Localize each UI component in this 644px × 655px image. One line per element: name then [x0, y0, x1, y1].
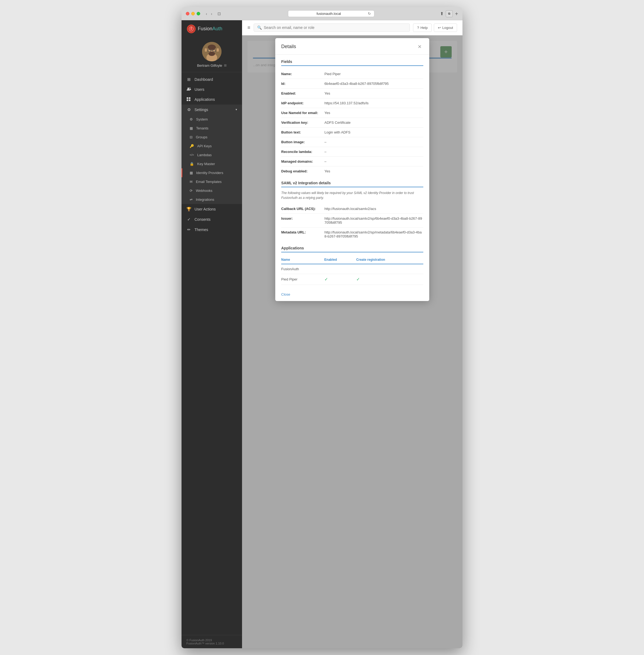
lambdas-icon: </> — [190, 153, 194, 156]
forward-button[interactable]: › — [210, 11, 214, 17]
field-label: IdP endpoint: — [281, 98, 324, 108]
minimize-window-button[interactable] — [191, 12, 195, 16]
field-row-debug: Debug enabled: Yes — [281, 166, 423, 176]
modal-body[interactable]: Fields Name: Pied Piper Id: — [275, 54, 429, 289]
app-row-fusionauth: FusionAuth — [281, 264, 423, 274]
svg-rect-6 — [205, 48, 207, 52]
sidebar-item-integrations[interactable]: ⇌ Integrations — [182, 195, 242, 204]
help-button[interactable]: ? Help — [413, 23, 432, 32]
new-tab-button[interactable]: + — [455, 11, 458, 17]
edit-profile-icon[interactable]: ⊞ — [224, 64, 227, 67]
fields-section: Fields Name: Pied Piper Id: — [275, 54, 429, 176]
svg-rect-7 — [217, 48, 219, 52]
field-value: ADFS Certificate — [324, 117, 423, 127]
svg-point-2 — [191, 27, 192, 28]
consents-icon: ✓ — [186, 217, 191, 222]
close-link[interactable]: Close — [281, 292, 290, 296]
settings-header[interactable]: ⚙ Settings ▾ — [182, 105, 242, 115]
field-value: – — [324, 156, 423, 166]
settings-label: Settings — [194, 108, 208, 112]
field-label: Issuer: — [281, 213, 324, 227]
top-bar-actions: ? Help ↩ Logout — [413, 23, 457, 32]
nav-buttons: ‹ › — [205, 11, 213, 17]
field-label: Name: — [281, 69, 324, 79]
logout-button[interactable]: ↩ Logout — [434, 23, 457, 32]
search-input[interactable] — [264, 25, 407, 30]
main-content: ≡ 🔍 ? Help ↩ Logout — [242, 20, 462, 648]
sidebar-item-dashboard[interactable]: ⊞ Dashboard — [182, 74, 242, 85]
app-enabled: ✓ — [324, 274, 356, 285]
field-label: Button text: — [281, 127, 324, 137]
avatar — [202, 42, 222, 61]
webhooks-icon: ⟳ — [190, 188, 192, 193]
settings-icon: ⚙ — [186, 107, 191, 112]
svg-rect-19 — [189, 99, 190, 101]
sidebar-item-consents[interactable]: ✓ Consents — [182, 214, 242, 225]
tab-overview-button[interactable]: ⧉ — [446, 10, 453, 17]
share-button[interactable]: ⬆ — [440, 11, 443, 16]
traffic-lights — [186, 12, 200, 16]
field-row-id: Id: 6b4eaef0-d3a3-4ba8-b267-89705fb8f795 — [281, 78, 423, 88]
app-name: Pied Piper — [281, 274, 324, 285]
saml-note: The following values will likely be requ… — [281, 190, 423, 200]
subitem-label: Key Master — [197, 162, 215, 166]
reload-button[interactable]: ↻ — [368, 12, 371, 16]
subitem-label: Integrations — [196, 198, 214, 202]
field-value: Login with ADFS — [324, 127, 423, 137]
footer-version: FusionAuth™ version 1.10.0 — [186, 642, 237, 645]
saml-row-metadata: Metadata URL: http://fusionauth.local/sa… — [281, 227, 423, 241]
sidebar-item-api-keys[interactable]: 🔑 API Keys — [182, 142, 242, 151]
app-name: FusionAuth — [281, 264, 324, 274]
settings-submenu: ⚙ System ▦ Tenants ⊟ Groups 🔑 — [182, 115, 242, 204]
sidebar-item-identity-providers[interactable]: ▦ Identity Providers — [182, 168, 242, 177]
sidebar-item-email-templates[interactable]: ✉ Email Templates — [182, 177, 242, 186]
field-row-verification-key: Verification key: ADFS Certificate — [281, 117, 423, 127]
sidebar-footer: © FusionAuth 2019 FusionAuth™ version 1.… — [182, 635, 242, 648]
logo-icon — [187, 25, 196, 33]
saml-row-issuer: Issuer: http://fusionauth.local/samlv2/s… — [281, 213, 423, 227]
sidebar-item-users[interactable]: Users — [182, 85, 242, 95]
close-window-button[interactable] — [186, 12, 189, 16]
field-label: Reconcile lambda: — [281, 147, 324, 156]
apps-col-create-registration: Create registration — [356, 256, 423, 264]
apps-table: Name Enabled Create registration FusionA… — [281, 256, 423, 285]
field-row-button-image: Button image: – — [281, 137, 423, 147]
app-container: FusionAuth — [182, 20, 462, 648]
sidebar-item-lambdas[interactable]: </> Lambdas — [182, 151, 242, 159]
reader-view-button[interactable]: ⊡ — [216, 11, 222, 17]
user-actions-icon: 🏆 — [186, 207, 191, 211]
field-value: – — [324, 137, 423, 147]
fields-section-title: Fields — [281, 60, 423, 66]
sidebar-item-label: Users — [194, 87, 205, 92]
apps-section: Applications Name Enabled Create registr… — [275, 241, 429, 289]
back-button[interactable]: ‹ — [205, 11, 209, 17]
sidebar-item-applications[interactable]: Applications — [182, 95, 242, 105]
field-value: – — [324, 147, 423, 156]
details-modal: Details ✕ Fields Name — [275, 38, 429, 301]
svg-rect-18 — [187, 99, 188, 101]
sidebar-item-user-actions[interactable]: 🏆 User Actions — [182, 204, 242, 214]
field-row-idp-endpoint: IdP endpoint: https://54.183.137.52/adfs… — [281, 98, 423, 108]
address-bar[interactable]: fusionauth.local ↻ — [288, 10, 374, 17]
maximize-window-button[interactable] — [197, 12, 200, 16]
sidebar-item-tenants[interactable]: ▦ Tenants — [182, 124, 242, 133]
apps-section-title: Applications — [281, 246, 423, 252]
field-label: Id: — [281, 78, 324, 88]
field-label: Enabled: — [281, 88, 324, 98]
user-name-row: Bertram Gilfoyle ⊞ — [197, 64, 226, 68]
field-value: Pied Piper — [324, 69, 423, 79]
sidebar-item-groups[interactable]: ⊟ Groups — [182, 133, 242, 142]
sidebar-item-themes[interactable]: ✏ Themes — [182, 225, 242, 235]
sidebar-item-system[interactable]: ⚙ System — [182, 115, 242, 124]
field-label: Button image: — [281, 137, 324, 147]
user-name: Bertram Gilfoyle — [197, 64, 222, 68]
svg-point-1 — [190, 28, 192, 30]
field-row-enabled: Enabled: Yes — [281, 88, 423, 98]
field-label: Metadata URL: — [281, 227, 324, 241]
hamburger-menu[interactable]: ≡ — [248, 25, 250, 30]
app-create-registration: ✓ — [356, 274, 423, 285]
key-master-icon: 🔒 — [190, 162, 194, 166]
modal-close-button[interactable]: ✕ — [416, 43, 423, 50]
sidebar-item-key-master[interactable]: 🔒 Key Master — [182, 159, 242, 168]
sidebar-item-webhooks[interactable]: ⟳ Webhooks — [182, 186, 242, 195]
